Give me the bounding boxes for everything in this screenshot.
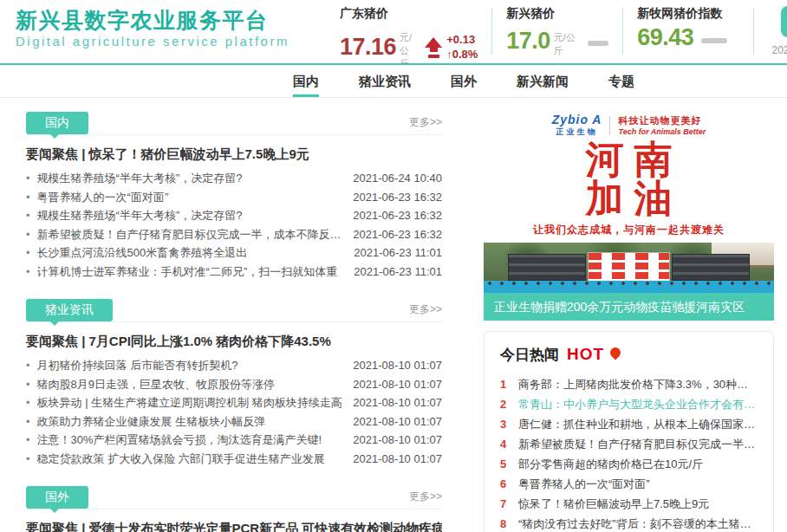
- section-badge[interactable]: 国外: [26, 486, 88, 509]
- news-item-date: 2021-08-10 01:07: [353, 375, 442, 394]
- ticker-guangdong-price: 广东猪价 17.16 元/公斤 +0.13 ↑0.8%: [340, 6, 478, 70]
- banner-caption[interactable]: 正业生物捐赠200余万元动物疫苗驰援河南灾区: [484, 293, 774, 321]
- news-item[interactable]: • 长沙重点河流沿线500米畜禽养殖将全退出 2021-06-23 11:01: [26, 243, 442, 263]
- header: 新兴县数字农业服务平台 Digital agriculture service …: [0, 0, 787, 63]
- hot-news-item[interactable]: 2 常青山：中小养户与大型龙头企业合作才会有更大的发展空间: [500, 394, 758, 414]
- hot-item-title: 部分零售商超的猪肉价格已在10元/斤: [518, 454, 758, 474]
- hot-news-item[interactable]: 7 惊呆了！猪价巨幅波动早上7.5晚上9元: [500, 494, 758, 514]
- news-item[interactable]: • 注意！30%产栏闲置猪场就会亏损，淘汰选育是满产关键! 2021-08-10…: [26, 431, 442, 450]
- news-item-title: 规模生猪养殖场“半年大考核”，决定存留?: [37, 169, 354, 188]
- bullet-icon: •: [26, 375, 30, 394]
- hot-item-title: 常青山：中小养户与大型龙头企业合作才会有更大的发展空间: [518, 394, 758, 414]
- price-tickers: 广东猪价 17.16 元/公斤 +0.13 ↑0.8% 新兴猪价 17.0 元/…: [340, 6, 787, 70]
- ticker-unit: 元/公斤: [554, 31, 580, 57]
- news-item[interactable]: • 板块异动 | 生猪生产将建立逆周期调控机制 猪肉板块持续走高 2021-08…: [26, 393, 442, 412]
- site-logo[interactable]: 新兴县数字农业服务平台 Digital agriculture service …: [16, 8, 289, 49]
- site-title: 新兴县数字农业服务平台: [16, 8, 289, 33]
- nav-tab-domestic[interactable]: 国内: [293, 65, 319, 97]
- rank-number: 6: [500, 474, 518, 494]
- news-item[interactable]: • 政策助力养猪企业健康发展 生猪板块小幅反弹 2021-08-10 01:07: [26, 412, 442, 431]
- hot-item-title: 粤晋养猪人的一次“面对面”: [518, 474, 758, 494]
- hot-item-title: 新希望被质疑！自产仔猪育肥目标仅完成一半，成本不降反升......: [518, 434, 758, 454]
- section-header: 国内 更多>>: [26, 111, 442, 135]
- nav-tab-overseas[interactable]: 国外: [451, 65, 477, 97]
- news-item-date: 2021-08-10 01:07: [353, 393, 442, 412]
- rank-number: 7: [500, 494, 518, 514]
- banner-headline: 河南 加油: [484, 140, 774, 218]
- ticker-xinxing-price: 新兴猪价 17.0 元/公斤: [506, 6, 608, 57]
- zybio-logo-name: Zybio A: [552, 113, 602, 127]
- nav-tab-topics[interactable]: 专题: [608, 65, 634, 97]
- ad-banner[interactable]: Zybio A 正业生物 科技让动物更美好 Tech for Animals B…: [484, 109, 774, 321]
- zybio-logo-cn: 正业生物: [552, 127, 602, 138]
- news-item-title: 政策助力养猪企业健康发展 生猪板块小幅反弹: [37, 412, 354, 431]
- ticker-label: 广东猪价: [340, 6, 478, 22]
- hot-news-item[interactable]: 5 部分零售商超的猪肉价格已在10元/斤: [500, 454, 758, 474]
- news-item-title: 粤晋养猪人的一次“面对面”: [37, 188, 354, 207]
- calendar-date: 10 2021年8月: [771, 6, 787, 58]
- rank-number: 2: [500, 394, 518, 414]
- bullet-icon: •: [26, 169, 30, 188]
- hot-news-item[interactable]: 4 新希望被质疑！自产仔猪育肥目标仅完成一半，成本不降反升......: [500, 434, 758, 454]
- more-link[interactable]: 更多>>: [409, 490, 442, 509]
- hot-news-panel: 今日热闻 HOT 1 商务部：上周猪肉批发价格下降3.3%，30种蔬菜也降价 2…: [484, 331, 774, 532]
- ticker-pig-price-index: 新牧网猪价指数 69.43: [637, 6, 739, 51]
- hot-news-item[interactable]: 6 粤晋养猪人的一次“面对面”: [500, 474, 758, 494]
- section-badge[interactable]: 国内: [26, 112, 88, 134]
- news-section: 国内 更多>> 要闻聚焦 | 惊呆了！猪价巨幅波动早上7.5晚上9元 • 规模生…: [26, 111, 442, 281]
- news-item[interactable]: • 粤晋养猪人的一次“面对面” 2021-06-23 16:32: [26, 188, 442, 207]
- hot-label: HOT: [567, 345, 604, 364]
- more-link[interactable]: 更多>>: [409, 115, 442, 134]
- news-item[interactable]: • 新希望被质疑！自产仔猪育肥目标仅完成一半，成本不降反升...... 2021…: [26, 225, 442, 244]
- nav-tab-xinxing-news[interactable]: 新兴新闻: [517, 65, 569, 97]
- news-item[interactable]: • 规模生猪养殖场“半年大考核”，决定存留? 2021-06-23 16:32: [26, 206, 442, 225]
- ticker-value: 17.0: [506, 28, 550, 55]
- bullet-icon: •: [26, 431, 30, 450]
- news-item[interactable]: • 稳定贷款政策 扩大收入保险 六部门联手促进生猪产业发展 2021-08-10…: [26, 450, 442, 469]
- hot-news-item[interactable]: 8 “猪肉没有过去好吃”背后：刻不容缓的本土猪种保卫战: [500, 514, 758, 532]
- section-headline[interactable]: 要闻聚焦 | 7月CPI同比上涨1.0% 猪肉价格下降43.5%: [26, 334, 442, 350]
- news-item-title: 规模生猪养殖场“半年大考核”，决定存留?: [37, 206, 354, 225]
- right-sidebar: Zybio A 正业生物 科技让动物更美好 Tech for Animals B…: [484, 109, 774, 532]
- nav-tab-pig-news[interactable]: 猪业资讯: [359, 65, 411, 97]
- bullet-icon: •: [26, 393, 30, 412]
- news-item-date: 2021-08-10 01:07: [353, 450, 442, 469]
- ticker-divider: [491, 8, 492, 55]
- section-headline[interactable]: 要闻聚焦 | 惊呆了！猪价巨幅波动早上7.5晚上9元: [26, 146, 442, 163]
- ticker-divider: [753, 8, 754, 55]
- more-link[interactable]: 更多>>: [409, 302, 442, 321]
- section-badge-wrap: 国内: [26, 112, 88, 134]
- arrow-bar: [428, 55, 439, 58]
- bullet-icon: •: [26, 243, 30, 263]
- section-headline[interactable]: 要闻聚焦 | 爱德士发布实时荧光定量PCR新产品 可快速有效检测动物疾病: [26, 521, 442, 532]
- flame-icon: [608, 346, 623, 360]
- news-item[interactable]: • 猪肉股8月9日走强，巨星农牧、牧原股份等涨停 2021-08-10 01:0…: [26, 375, 442, 394]
- news-item[interactable]: • 规模生猪养殖场“半年大考核”，决定存留? 2021-06-24 10:40: [26, 169, 442, 188]
- bullet-icon: •: [26, 356, 30, 375]
- hot-item-title: 唐仁健：抓住种业和耕地，从根本上确保国家粮食安全: [518, 414, 758, 434]
- hot-news-item[interactable]: 3 唐仁健：抓住种业和耕地，从根本上确保国家粮食安全: [500, 414, 758, 434]
- section-badge[interactable]: 猪业资讯: [26, 299, 113, 321]
- banner-photo: [484, 243, 774, 293]
- bullet-icon: •: [26, 450, 30, 469]
- badge-pointer: [50, 509, 59, 513]
- news-item-title: 长沙重点河流沿线500米畜禽养殖将全退出: [37, 243, 354, 263]
- banner-subtext: 让我们众志成城，与河南一起共渡难关: [484, 223, 774, 237]
- news-item-title: 猪肉股8月9日走强，巨星农牧、牧原股份等涨停: [37, 375, 354, 394]
- slogan-cn: 科技让动物更美好: [618, 114, 706, 127]
- news-list: • 规模生猪养殖场“半年大考核”，决定存留? 2021-06-24 10:40 …: [26, 169, 442, 281]
- news-item-date: 2021-06-24 10:40: [353, 169, 442, 188]
- banner-logo-row: Zybio A 正业生物 科技让动物更美好 Tech for Animals B…: [484, 109, 774, 140]
- news-item-title: 新希望被质疑！自产仔猪育肥目标仅完成一半，成本不降反升......: [37, 225, 354, 244]
- bullet-icon: •: [26, 263, 30, 282]
- main-content: 国内 更多>> 要闻聚焦 | 惊呆了！猪价巨幅波动早上7.5晚上9元 • 规模生…: [0, 101, 787, 532]
- ticker-value-row: 17.0 元/公斤: [506, 24, 608, 57]
- news-item-title: 注意！30%产栏闲置猪场就会亏损，淘汰选育是满产关键!: [37, 431, 354, 450]
- rank-number: 8: [500, 514, 518, 532]
- rank-number: 1: [500, 374, 518, 394]
- ticker-change: +0.13 ↑0.8%: [446, 33, 478, 62]
- ticker-label: 新兴猪价: [506, 6, 608, 22]
- news-item[interactable]: • 月初猪价持续回落 后市能否有转折契机? 2021-08-10 01:07: [26, 356, 442, 375]
- hot-news-item[interactable]: 1 商务部：上周猪肉批发价格下降3.3%，30种蔬菜也降价: [500, 374, 758, 394]
- news-item[interactable]: • 计算机博士进军养猪业：手机对准“二师兄”，扫一扫就知体重 2021-06-2…: [26, 263, 442, 282]
